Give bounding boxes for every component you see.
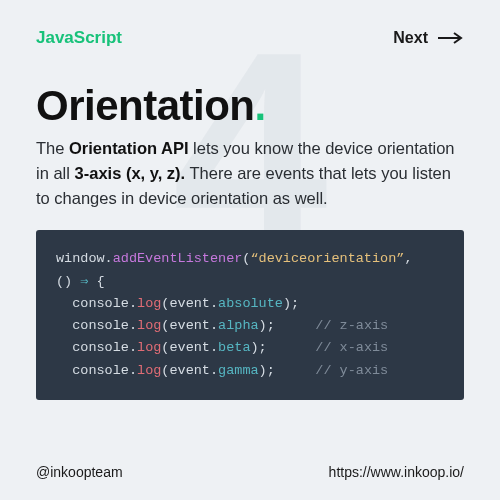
code-token: beta — [218, 340, 250, 355]
code-token: console — [72, 340, 129, 355]
code-token — [56, 318, 72, 333]
desc-bold-api: Orientation API — [69, 139, 188, 157]
code-token — [56, 363, 72, 378]
code-token: event — [169, 340, 210, 355]
next-label: Next — [393, 29, 428, 47]
code-token: ); — [250, 340, 266, 355]
code-block: window.addEventListener(“deviceorientati… — [36, 230, 464, 400]
code-token — [56, 340, 72, 355]
code-token: event — [169, 363, 210, 378]
website-url[interactable]: https://www.inkoop.io/ — [329, 464, 464, 480]
description-paragraph: The Orientation API lets you know the de… — [36, 136, 464, 210]
next-button[interactable]: Next — [393, 29, 464, 47]
desc-text: The — [36, 139, 69, 157]
code-token: log — [137, 296, 161, 311]
desc-bold-axes: 3-axis (x, y, z). — [75, 164, 186, 182]
code-token: ); — [283, 296, 299, 311]
code-token: absolute — [218, 296, 283, 311]
code-token: . — [210, 363, 218, 378]
code-token — [56, 296, 72, 311]
code-token — [267, 340, 316, 355]
code-token: . — [129, 318, 137, 333]
code-token — [275, 363, 316, 378]
code-token — [275, 318, 316, 333]
code-token: log — [137, 318, 161, 333]
code-token: . — [129, 363, 137, 378]
title-dot-accent: . — [255, 82, 266, 129]
social-handle[interactable]: @inkoopteam — [36, 464, 123, 480]
brand-label: JavaScript — [36, 28, 122, 48]
code-token: event — [169, 318, 210, 333]
code-token: . — [210, 296, 218, 311]
code-token: event — [169, 296, 210, 311]
code-token: { — [88, 274, 104, 289]
code-comment: // z-axis — [315, 318, 388, 333]
code-token: . — [129, 296, 137, 311]
code-token: console — [72, 363, 129, 378]
page-title: Orientation. — [36, 82, 464, 130]
code-token: . — [210, 318, 218, 333]
code-comment: // x-axis — [315, 340, 388, 355]
code-token: log — [137, 340, 161, 355]
code-token: console — [72, 318, 129, 333]
code-token: log — [137, 363, 161, 378]
header-bar: JavaScript Next — [36, 28, 464, 48]
code-token: gamma — [218, 363, 259, 378]
code-token: () — [56, 274, 80, 289]
code-token: . — [129, 340, 137, 355]
code-comment: // y-axis — [315, 363, 388, 378]
code-token: addEventListener — [113, 251, 243, 266]
title-text: Orientation — [36, 82, 255, 129]
arrow-right-icon — [438, 32, 464, 44]
code-token: ); — [259, 363, 275, 378]
code-token: “deviceorientation” — [250, 251, 404, 266]
code-token: ); — [259, 318, 275, 333]
code-token: , — [404, 251, 412, 266]
code-token: . — [210, 340, 218, 355]
footer-bar: @inkoopteam https://www.inkoop.io/ — [36, 450, 464, 480]
code-token: alpha — [218, 318, 259, 333]
code-token: . — [105, 251, 113, 266]
code-token: window — [56, 251, 105, 266]
code-token: console — [72, 296, 129, 311]
